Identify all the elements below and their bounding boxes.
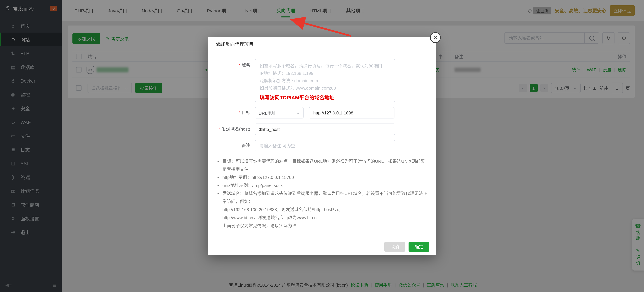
bullet-marker: •: [217, 173, 222, 182]
help-line: http://www.bt.cn，则发送域名应当改为www.bt.cn: [217, 214, 427, 222]
help-line-text: unix地址示例：/tmp/panel.sock: [222, 182, 427, 190]
confirm-button[interactable]: 确定: [408, 241, 429, 251]
help-line-text: 目标：可以填写你需要代理的站点，目标如果选URL地址则必须为可正常访问的URL，…: [222, 157, 427, 173]
bullet-marker: •: [217, 157, 222, 173]
note-label: 备注: [216, 140, 255, 151]
baota-panel: ♖ 宝塔面板 0 ⌂ 首页 ⊕ 网站 ⇅ FTP ▤ 数据库 ⚓: [0, 0, 644, 292]
help-line-text: 发送域名：将域名添加到请求头传递到后端服务器，默认为目标URL域名，若设置不当可…: [222, 190, 427, 206]
help-line-text: 上面例子仅为常见情况，请以实际为准: [222, 222, 427, 230]
chevron-down-icon: ⌄: [296, 110, 300, 115]
host-label: *发送域名(host): [216, 124, 255, 135]
host-field-row: *发送域名(host): [216, 124, 428, 135]
help-line: • 发送域名：将域名添加到请求头传递到后端服务器，默认为目标URL域名，若设置不…: [217, 190, 427, 206]
cancel-button[interactable]: 取消: [384, 241, 405, 251]
host-input[interactable]: [255, 124, 395, 135]
domain-textarea[interactable]: [255, 59, 395, 102]
bullet-marker: [217, 222, 222, 230]
help-line-text: http地址示例：http://127.0.0.1:15700: [222, 173, 427, 182]
help-line: • http地址示例：http://127.0.0.1:15700: [217, 173, 427, 182]
help-line: • unix地址示例：/tmp/panel.sock: [217, 182, 427, 190]
domain-label: *域名: [216, 59, 255, 102]
help-line: • 目标：可以填写你需要代理的站点，目标如果选URL地址则必须为可正常访问的UR…: [217, 157, 427, 173]
bullet-marker: [217, 206, 222, 214]
modal-title: 添加反向代理项目: [208, 37, 436, 52]
required-asterisk: *: [239, 63, 240, 68]
target-label: *目标: [216, 107, 255, 119]
add-reverse-proxy-modal: ✕ 添加反向代理项目 *域名 填写访问TOPIAM平台的域名地址 *目标 URL…: [208, 37, 436, 255]
modal-body: *域名 填写访问TOPIAM平台的域名地址 *目标 URL地址 ⌄: [208, 52, 436, 230]
bullet-marker: •: [217, 190, 222, 206]
target-url-input[interactable]: [309, 107, 394, 119]
note-input[interactable]: [255, 140, 395, 151]
target-field-row: *目标 URL地址 ⌄: [216, 107, 428, 119]
target-type-value: URL地址: [258, 110, 276, 116]
modal-help-text: • 目标：可以填写你需要代理的站点，目标如果选URL地址则必须为可正常访问的UR…: [217, 157, 427, 230]
help-line: http://192.168.100.20:19888，则发送域名保持$http…: [217, 206, 427, 214]
target-type-select[interactable]: URL地址 ⌄: [255, 107, 304, 119]
domain-field-row: *域名 填写访问TOPIAM平台的域名地址: [216, 59, 428, 102]
help-line-text: http://www.bt.cn，则发送域名应当改为www.bt.cn: [222, 214, 427, 222]
bullet-marker: [217, 214, 222, 222]
required-asterisk: *: [219, 127, 220, 132]
help-line: 上面例子仅为常见情况，请以实际为准: [217, 222, 427, 230]
bullet-marker: •: [217, 182, 222, 190]
required-asterisk: *: [239, 110, 240, 115]
note-field-row: 备注: [216, 140, 428, 151]
close-icon[interactable]: ✕: [430, 32, 441, 43]
help-line-text: http://192.168.100.20:19888，则发送域名保持$http…: [222, 206, 427, 214]
modal-footer: 取消 确定: [208, 238, 436, 255]
